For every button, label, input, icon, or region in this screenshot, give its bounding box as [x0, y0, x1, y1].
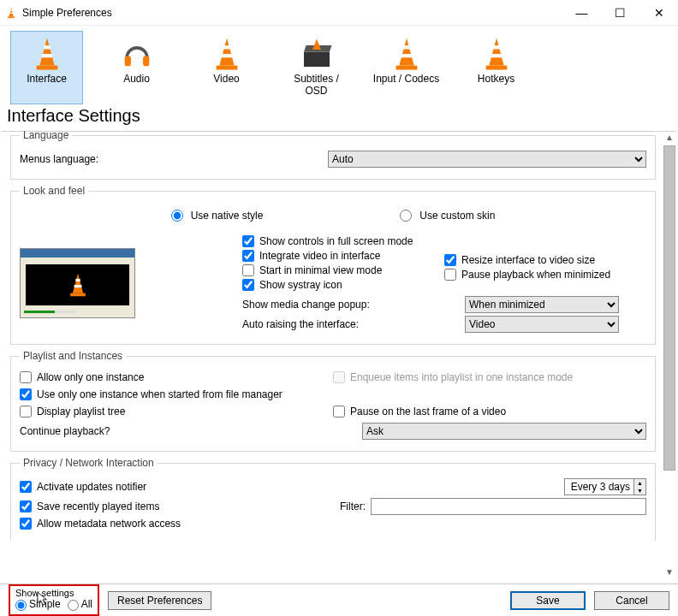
tab-label: Audio [123, 73, 150, 85]
check-updates[interactable]: Activate updates notifier [20, 481, 362, 493]
svg-rect-0 [10, 9, 13, 10]
svg-rect-17 [491, 54, 501, 57]
check-integrate-video[interactable]: Integrate video in interface [242, 250, 444, 262]
interface-preview [20, 248, 135, 318]
cone-icon [479, 35, 514, 73]
tab-label: Interface [27, 73, 67, 85]
scroll-up-icon[interactable]: ▲ [663, 130, 676, 144]
raise-select[interactable]: Video [465, 316, 619, 333]
svg-rect-16 [493, 45, 499, 49]
menus-language-select[interactable]: Auto [328, 151, 646, 168]
radio-simple[interactable]: Simple [15, 598, 61, 610]
raise-label: Auto raising the interface: [242, 318, 465, 330]
save-button[interactable]: Save [510, 591, 586, 610]
group-privacy: Privacy / Network Interaction Activate u… [10, 457, 656, 541]
spin-up-icon[interactable]: ▲ [633, 479, 645, 487]
group-legend: Privacy / Network Interaction [20, 457, 158, 469]
cone-icon [210, 35, 244, 73]
check-pause-last-frame[interactable]: Pause on the last frame of a video [333, 406, 646, 418]
tab-label: Input / Codecs [373, 73, 439, 85]
scroll-down-icon[interactable]: ▼ [663, 565, 676, 578]
check-resize-interface[interactable]: Resize interface to video size [444, 254, 646, 266]
check-metadata[interactable]: Allow metadata network access [20, 518, 646, 530]
svg-rect-19 [75, 279, 80, 281]
continue-label: Continue playback? [20, 425, 362, 437]
check-one-instance-fm[interactable]: Use only one instance when started from … [20, 388, 646, 400]
svg-rect-14 [401, 54, 411, 57]
svg-rect-4 [41, 54, 51, 57]
check-enqueue: Enqueue items into playlist in one insta… [333, 371, 646, 383]
check-minimal-view[interactable]: Start in minimal view mode [242, 264, 444, 276]
show-settings-group: Show settings Simple All [9, 584, 99, 615]
check-pause-minimized[interactable]: Pause playback when minimized [444, 269, 646, 281]
svg-rect-20 [74, 285, 81, 287]
minimize-button[interactable]: — [562, 0, 601, 26]
group-language: Language Menus language: Auto [10, 129, 656, 180]
svg-rect-13 [403, 45, 409, 49]
check-playlist-tree[interactable]: Display playlist tree [20, 406, 333, 418]
app-icon [5, 7, 17, 19]
updates-interval-spin[interactable]: Every 3 days ▲▼ [564, 478, 646, 495]
tab-audio[interactable]: Audio [100, 31, 173, 104]
headphones-icon [121, 35, 153, 73]
category-tabs: Interface Audio Video Subtitles / OSD In… [0, 26, 678, 104]
svg-rect-21 [70, 293, 86, 297]
svg-rect-5 [36, 66, 57, 70]
check-one-instance[interactable]: Allow only one instance [20, 371, 333, 383]
group-legend: Playlist and Instances [20, 350, 126, 362]
group-look-and-feel: Look and feel Use native style Use custo… [10, 185, 656, 345]
cone-icon [30, 35, 64, 73]
tab-video[interactable]: Video [190, 31, 263, 104]
group-legend: Language [20, 129, 72, 141]
popup-select[interactable]: When minimized [465, 296, 619, 313]
filter-label: Filter: [336, 500, 371, 512]
scrollbar-thumb[interactable] [663, 145, 675, 471]
svg-rect-1 [9, 12, 13, 13]
popup-label: Show media change popup: [242, 299, 465, 311]
settings-scroll: Language Menus language: Auto Look and f… [2, 124, 676, 582]
tab-label: Subtitles / OSD [282, 73, 350, 97]
svg-rect-18 [485, 66, 507, 70]
svg-rect-3 [44, 45, 50, 49]
radio-all[interactable]: All [68, 598, 92, 610]
svg-rect-11 [304, 52, 330, 68]
window-title: Simple Preferences [22, 7, 112, 19]
cancel-button[interactable]: Cancel [594, 591, 669, 610]
svg-rect-10 [216, 66, 237, 70]
tab-hotkeys[interactable]: Hotkeys [460, 31, 532, 104]
radio-native-style[interactable]: Use native style [171, 210, 264, 222]
cone-icon [390, 35, 424, 73]
tab-subtitles[interactable]: Subtitles / OSD [280, 31, 353, 104]
check-recent-items[interactable]: Save recently played items [20, 500, 336, 512]
titlebar: Simple Preferences — ☐ ✕ [0, 0, 678, 26]
vertical-scrollbar[interactable]: ▲ ▼ [663, 130, 676, 578]
continue-select[interactable]: Ask [362, 423, 646, 440]
spin-down-icon[interactable]: ▼ [633, 487, 645, 495]
reset-button[interactable]: Reset Preferences [108, 591, 211, 610]
svg-rect-6 [124, 56, 130, 66]
svg-rect-15 [396, 66, 417, 70]
tab-label: Hotkeys [478, 73, 514, 85]
maximize-button[interactable]: ☐ [601, 0, 639, 26]
group-legend: Look and feel [20, 185, 88, 197]
tab-label: Video [213, 73, 239, 85]
check-systray[interactable]: Show systray icon [242, 279, 444, 291]
menus-language-label: Menus language: [20, 153, 328, 165]
close-button[interactable]: ✕ [639, 0, 678, 26]
show-settings-label: Show settings [15, 588, 92, 598]
svg-rect-8 [223, 45, 229, 49]
svg-rect-2 [8, 16, 15, 18]
filter-input[interactable] [371, 498, 646, 515]
tab-interface[interactable]: Interface [10, 31, 83, 104]
svg-rect-7 [143, 56, 149, 66]
group-playlist: Playlist and Instances Allow only one in… [10, 350, 656, 452]
footer: Show settings Simple All Reset Preferenc… [0, 583, 678, 616]
check-show-controls[interactable]: Show controls in full screen mode [242, 235, 444, 247]
tab-input-codecs[interactable]: Input / Codecs [370, 31, 443, 104]
svg-rect-9 [221, 54, 231, 57]
radio-custom-skin[interactable]: Use custom skin [400, 210, 495, 222]
clapper-icon [300, 35, 334, 73]
